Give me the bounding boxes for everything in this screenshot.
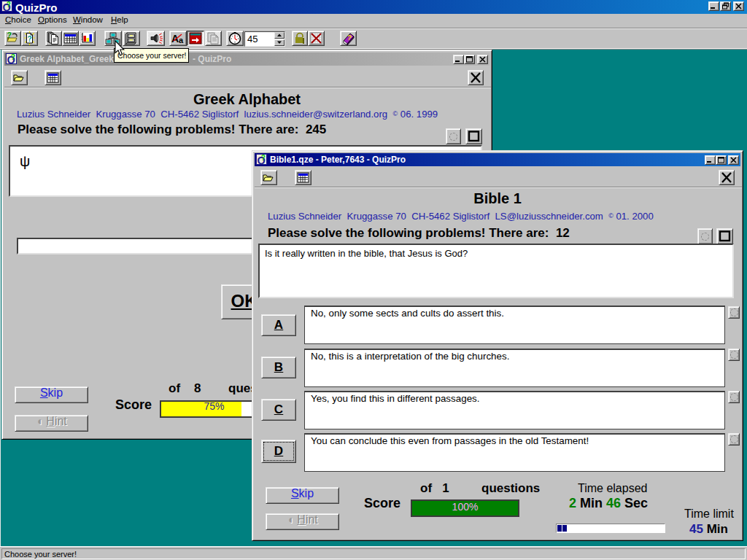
svg-text:?: ? bbox=[11, 53, 15, 61]
svg-text:?: ? bbox=[7, 31, 12, 39]
svg-text:?: ? bbox=[28, 35, 32, 43]
svg-text:?: ? bbox=[7, 1, 11, 9]
svg-text:A: A bbox=[171, 33, 179, 44]
svg-text:?: ? bbox=[261, 154, 266, 162]
svg-text:a: a bbox=[179, 36, 184, 44]
